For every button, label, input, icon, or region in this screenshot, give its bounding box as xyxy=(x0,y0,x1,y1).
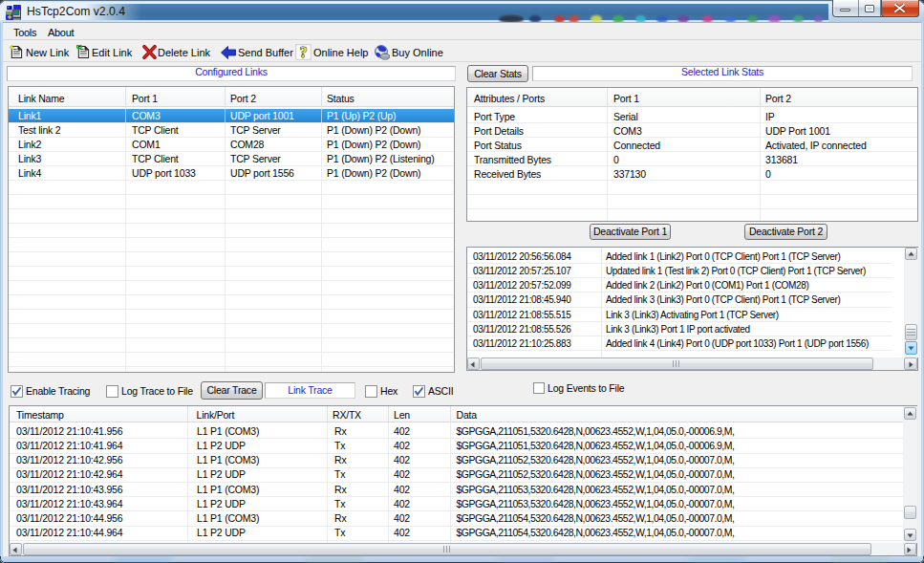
svg-text:?: ? xyxy=(300,44,308,60)
